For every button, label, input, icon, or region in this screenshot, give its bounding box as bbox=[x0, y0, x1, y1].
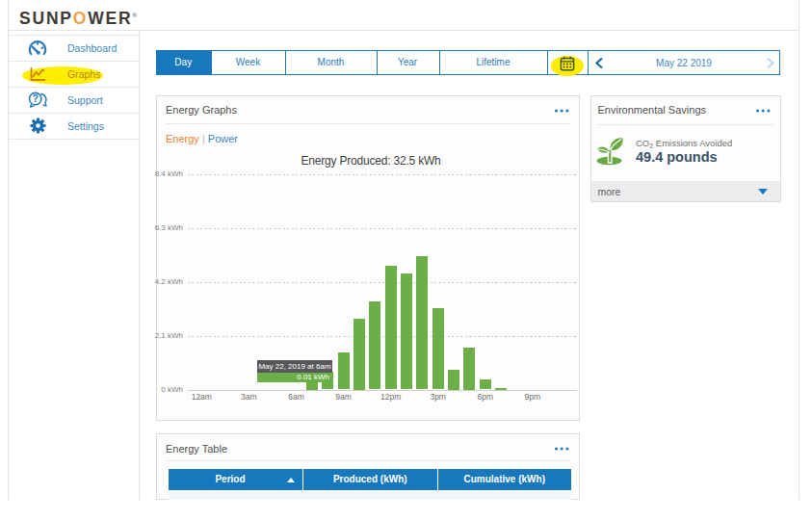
svg-text:?: ? bbox=[32, 92, 38, 104]
